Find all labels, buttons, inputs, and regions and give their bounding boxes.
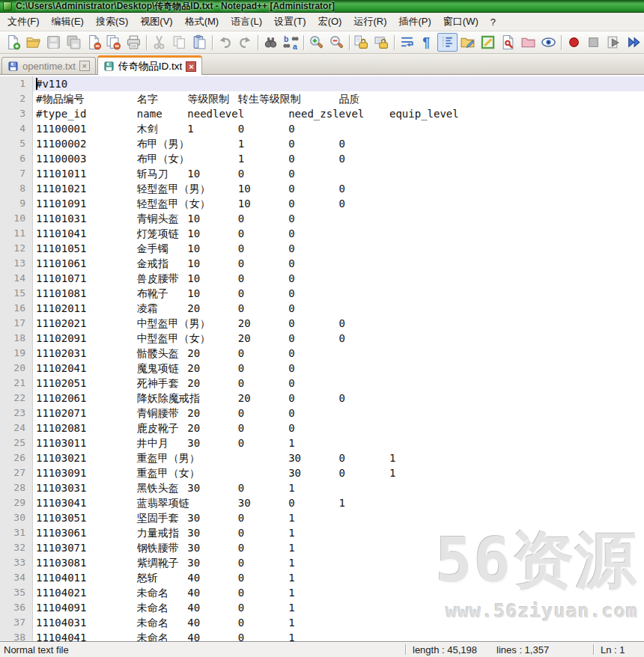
editor-line[interactable]: 911101091 轻型盔甲（女） 10 0 0	[0, 196, 644, 211]
editor-line[interactable]: 611100003 布甲（女） 1 0 0	[0, 151, 644, 166]
zoom-out-button[interactable]	[326, 33, 347, 52]
sync-vertical-scroll-button[interactable]	[352, 33, 372, 52]
line-number[interactable]: 11	[0, 226, 33, 241]
line-number[interactable]: 31	[0, 525, 33, 540]
print-button[interactable]	[124, 33, 144, 52]
tab-close-icon[interactable]: ×	[186, 61, 196, 72]
line-number[interactable]: 12	[0, 241, 33, 256]
menu-item-plugins[interactable]: 插件(P)	[392, 13, 437, 31]
line-number[interactable]: 22	[0, 391, 33, 406]
editor-line[interactable]: 3#type_id name needlevel need_zslevel eq…	[0, 106, 644, 121]
document-monitor-button[interactable]	[538, 33, 559, 52]
line-number[interactable]: 7	[0, 166, 33, 181]
editor-line[interactable]: 3011103051 坚固手套 30 0 1	[0, 510, 644, 525]
line-number[interactable]: 32	[0, 540, 33, 555]
line-number[interactable]: 13	[0, 256, 33, 271]
editor-line[interactable]: 1911102031 骷髅头盔 20 0 0	[0, 346, 644, 361]
menu-item-window[interactable]: 窗口(W)	[437, 13, 484, 31]
menu-item-run[interactable]: 运行(R)	[347, 13, 392, 31]
editor-line[interactable]: 2111102051 死神手套 20 0 0	[0, 376, 644, 391]
editor-line[interactable]: 2011102041 魔鬼项链 20 0 0	[0, 361, 644, 376]
macro-record-button[interactable]	[564, 33, 584, 52]
editor-line[interactable]: 511100002 布甲（男） 1 0 0	[0, 136, 644, 151]
menu-item-file[interactable]: 文件(F)	[1, 13, 46, 31]
editor-line[interactable]: 1511101081 布靴子 10 0 0	[0, 286, 644, 301]
line-number[interactable]: 8	[0, 181, 33, 196]
user-defined-dialog-button[interactable]	[458, 33, 478, 52]
macro-run-multiple-button[interactable]	[624, 33, 644, 52]
line-number[interactable]: 2	[0, 91, 33, 106]
menu-item-view[interactable]: 视图(V)	[134, 13, 178, 31]
line-number[interactable]: 36	[0, 600, 33, 615]
macro-play-button[interactable]	[604, 33, 624, 52]
show-indent-guide-button[interactable]	[437, 33, 458, 52]
editor-line[interactable]: 711101011 斩马刀 10 0 0	[0, 166, 644, 181]
line-number[interactable]: 1	[0, 76, 33, 91]
editor-line[interactable]: 1411101071 兽皮腰带 10 0 0	[0, 271, 644, 286]
editor-line[interactable]: 2711103091 重盔甲（女） 30 0 1	[0, 465, 644, 480]
editor-line[interactable]: 3311103081 紫绸靴子 30 0 1	[0, 555, 644, 570]
editor-line[interactable]: 1011101031 青铜头盔 10 0 0	[0, 211, 644, 226]
line-number[interactable]: 38	[0, 630, 33, 641]
line-number[interactable]: 15	[0, 286, 33, 301]
menu-item-format[interactable]: 格式(M)	[179, 13, 225, 31]
editor-line[interactable]: 2411102081 鹿皮靴子 20 0 0	[0, 421, 644, 436]
editor-line[interactable]: 1611102011 凌霜 20 0 0	[0, 301, 644, 316]
line-number[interactable]: 10	[0, 211, 33, 226]
zoom-in-button[interactable]	[306, 33, 326, 52]
line-number[interactable]: 21	[0, 376, 33, 391]
editor-line[interactable]: 1711102021 中型盔甲（男） 20 0 0	[0, 316, 644, 331]
line-number[interactable]: 29	[0, 495, 33, 510]
editor-line[interactable]: 3811104041 未命名 40 0 1	[0, 630, 644, 641]
line-number[interactable]: 37	[0, 615, 33, 630]
editor-line[interactable]: 3411104011 怒斩 40 0 1	[0, 570, 644, 585]
line-number[interactable]: 18	[0, 331, 33, 346]
close-all-button[interactable]	[104, 33, 124, 52]
editor-line[interactable]: 3711104031 未命名 40 0 1	[0, 615, 644, 630]
editor-line[interactable]: 1#v110	[0, 76, 644, 91]
line-number[interactable]: 28	[0, 480, 33, 495]
line-number[interactable]: 19	[0, 346, 33, 361]
editor-line[interactable]: 2311102071 青铜腰带 20 0 0	[0, 406, 644, 421]
editor-line[interactable]: 3111103061 力量戒指 30 0 1	[0, 525, 644, 540]
editor-line[interactable]: 2#物品编号 名字 等级限制 转生等级限制 品质	[0, 91, 644, 106]
tab-legend-item-id-txt[interactable]: 传奇物品ID.txt×	[97, 55, 203, 75]
editor-line[interactable]: 1811102091 中型盔甲（女） 20 0 0	[0, 331, 644, 346]
line-number[interactable]: 24	[0, 421, 33, 436]
line-number[interactable]: 23	[0, 406, 33, 421]
sync-horizontal-scroll-button[interactable]	[371, 33, 392, 52]
editor-line[interactable]: 1211101051 金手镯 10 0 0	[0, 241, 644, 256]
line-number[interactable]: 34	[0, 570, 33, 585]
editor-line[interactable]: 811101021 轻型盔甲（男） 10 0 0	[0, 181, 644, 196]
line-number[interactable]: 26	[0, 450, 33, 465]
function-list-button[interactable]	[498, 33, 518, 52]
menu-item-help[interactable]: ?	[484, 14, 502, 30]
text-editor[interactable]: 1#v1102#物品编号 名字 等级限制 转生等级限制 品质3#type_id …	[0, 75, 644, 641]
show-all-characters-button[interactable]: ¶	[417, 33, 437, 52]
line-number[interactable]: 33	[0, 555, 33, 570]
editor-line[interactable]: 1111101041 灯笼项链 10 0 0	[0, 226, 644, 241]
editor-line[interactable]: 2611103021 重盔甲（男） 30 0 1	[0, 450, 644, 465]
editor-line[interactable]: 2911103041 蓝翡翠项链 30 0 1	[0, 495, 644, 510]
editor-line[interactable]: 411100001 木剑 1 0 0	[0, 121, 644, 136]
paste-button[interactable]	[189, 33, 210, 52]
word-wrap-button[interactable]	[397, 33, 417, 52]
menu-item-edit[interactable]: 编辑(E)	[46, 13, 90, 31]
close-file-button[interactable]	[84, 33, 104, 52]
menu-item-search[interactable]: 搜索(S)	[90, 13, 134, 31]
editor-line[interactable]: 1311101061 金戒指 10 0 0	[0, 256, 644, 271]
line-number[interactable]: 16	[0, 301, 33, 316]
editor-line[interactable]: 3611104091 未命名 40 0 1	[0, 600, 644, 615]
editor-line[interactable]: 2511103011 井中月 30 0 1	[0, 436, 644, 450]
editor-line[interactable]: 3211103071 钢铁腰带 30 0 1	[0, 540, 644, 555]
open-file-button[interactable]	[23, 33, 43, 52]
line-number[interactable]: 5	[0, 136, 33, 151]
line-number[interactable]: 27	[0, 465, 33, 480]
tab-close-icon[interactable]: ×	[79, 61, 90, 71]
line-number[interactable]: 9	[0, 196, 33, 211]
editor-line[interactable]: 2211102061 降妖除魔戒指 20 0 0	[0, 391, 644, 406]
editor-line[interactable]: 3511104021 未命名 40 0 1	[0, 585, 644, 600]
editor-line[interactable]: 2811103031 黑铁头盔 30 0 1	[0, 480, 644, 495]
menu-item-language[interactable]: 语言(L)	[225, 13, 268, 31]
menu-item-settings[interactable]: 设置(T)	[268, 13, 312, 31]
